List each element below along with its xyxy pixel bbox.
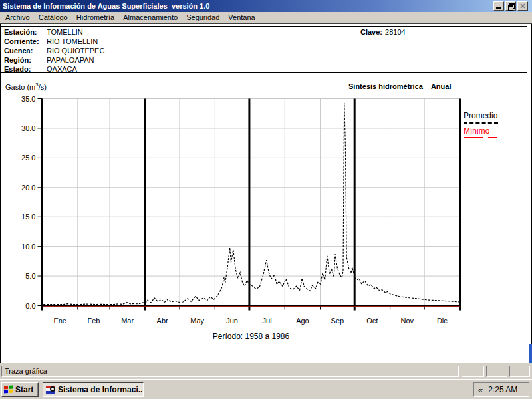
app-window: Sistema de Información de Aguas Superfic… [0,0,532,379]
series-promedio [43,103,460,305]
y-tick-label: 20.0 [21,184,35,192]
legend-promedio-line-sample [464,122,498,124]
y-tick-label: 30.0 [21,124,35,132]
status-panel-1 [462,366,484,377]
start-button[interactable]: Start [1,382,39,397]
desktop: { "window": { "title": "Sistema de Infor… [0,0,532,399]
y-tick-label: 0.0 [25,302,35,310]
taskbar: Start Sistema de Informaci... « 2:25 AM [0,379,532,399]
month-label: Nov [401,317,414,325]
month-label: Ene [53,317,66,325]
month-label: Ago [296,317,309,325]
y-tick-label: 10.0 [21,243,35,251]
y-tick-label: 35.0 [21,95,35,103]
month-label: Abr [157,317,168,325]
start-label: Start [15,385,33,394]
period-label: Período: 1958 a 1986 [42,332,460,341]
month-label: Jul [263,317,272,325]
y-tick-label: 25.0 [21,154,35,162]
app-icon [46,386,55,394]
status-panel-2 [486,366,507,377]
taskbar-app-label: Sistema de Informaci... [58,385,144,394]
month-label: Sep [331,317,344,325]
status-panel-3 [509,366,530,377]
y-tick-label: 15.0 [21,213,35,221]
month-label: Mar [121,317,134,325]
tray-collapse-button[interactable]: « [478,386,483,394]
legend-minimo-line-sample [464,137,498,138]
month-label: Jun [226,317,238,325]
system-tray: « 2:25 AM [473,382,529,397]
windows-logo-icon [4,386,13,394]
month-label: Feb [87,317,100,325]
taskbar-app-button[interactable]: Sistema de Informaci... [43,382,144,397]
chart-legend: Promedio Mínimo [464,111,510,138]
tray-clock: 2:25 AM [488,385,517,394]
month-label: Dic [437,317,448,325]
status-text: Traza gráfica [5,367,47,375]
legend-promedio-label: Promedio [464,111,510,120]
y-tick-label: 5.0 [25,272,35,280]
month-label: May [190,317,204,325]
status-text-panel: Traza gráfica [1,366,459,377]
hydrograph-chart: 0.05.010.015.020.025.030.035.0EneFebMarA… [0,0,532,363]
month-label: Oct [366,317,378,325]
mdi-edge [529,344,532,364]
legend-minimo-label: Mínimo [464,126,510,136]
status-bar: Traza gráfica [0,363,532,379]
